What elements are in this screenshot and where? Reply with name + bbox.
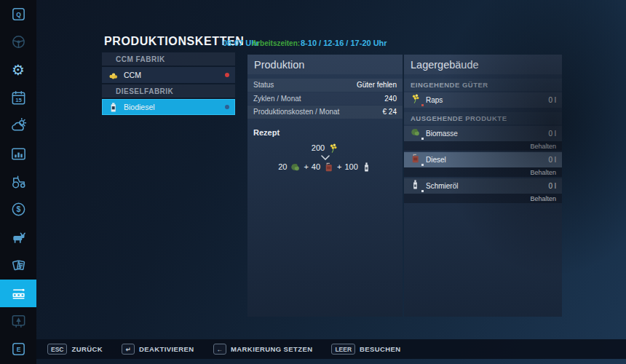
tractor-icon: [10, 173, 27, 190]
section-header-label: EINGEHENDE GÜTER: [411, 81, 488, 89]
svg-text:$: $: [16, 205, 20, 214]
production-chains-icon: [10, 285, 27, 302]
sidebar-item-weather[interactable]: [0, 112, 36, 140]
storage-panel: Lagergebäude EINGEHENDE GÜTER Raps 0 l: [404, 55, 562, 317]
distribution-mode-toggle[interactable]: Behalten: [404, 167, 562, 177]
svg-text:E: E: [16, 347, 20, 354]
raps-icon: [328, 143, 338, 154]
status-dot: [225, 105, 229, 109]
biomasse-icon: [410, 127, 421, 141]
storage-item-diesel: Diesel 0 l Behalten: [404, 152, 562, 177]
factory-group-label: DIESELFABRIK: [116, 87, 173, 95]
set-marker-button-label: MARKIERUNG SETZEN: [231, 345, 312, 353]
distribution-mode-toggle[interactable]: Behalten: [404, 194, 562, 203]
corn-icon: [108, 70, 119, 81]
sidebar-item-vehicle[interactable]: [0, 28, 36, 55]
info-row-cycles: Zyklen / Monat 240: [247, 92, 403, 106]
sidebar-item-help-key[interactable]: Q: [0, 0, 36, 28]
back-button[interactable]: ESC ZURÜCK: [47, 344, 103, 355]
sidebar-item-action-key[interactable]: E: [0, 336, 36, 363]
info-value: Güter fehlen: [357, 81, 397, 89]
back-button-label: ZURÜCK: [71, 345, 103, 353]
section-header-label: AUSGEHENDE PRODUKTE: [411, 114, 507, 122]
recipe-input-amount: 40: [312, 162, 320, 171]
production-panel: Produktion Status Güter fehlen Zyklen / …: [247, 55, 403, 317]
factory-list: CCM FABRIK CCM DIESELFABRIK Biodiesel: [102, 52, 235, 116]
storage-item-label: Schmieröl: [426, 182, 543, 190]
distribution-mode-label: Behalten: [530, 195, 556, 202]
production-panel-title: Produktion: [247, 55, 403, 74]
info-label: Zyklen / Monat: [253, 95, 301, 103]
factory-label: Biodiesel: [124, 103, 225, 111]
sidebar-item-finances[interactable]: $: [0, 196, 36, 223]
set-marker-button[interactable]: ← MARKIERUNG SETZEN: [213, 344, 313, 355]
info-value: 240: [384, 95, 397, 103]
info-value: € 24: [383, 108, 397, 116]
storage-item-amount: 0 l: [548, 182, 556, 190]
cow-icon: [10, 229, 27, 246]
work-hours-value: 8-10 / 12-16 / 17-20 Uhr: [301, 39, 387, 47]
sidebar-item-contracts[interactable]: [0, 252, 36, 280]
key-q-icon: Q: [10, 6, 27, 23]
sidebar-item-production-chains[interactable]: [0, 280, 36, 307]
raps-icon: [410, 93, 421, 107]
fill-level-marker: [421, 164, 424, 166]
factory-row-ccm[interactable]: CCM: [102, 67, 235, 83]
info-label: Produktionskosten / Monat: [253, 108, 339, 116]
recipe-output: 200: [247, 143, 403, 154]
esc-keycap: ESC: [47, 344, 67, 355]
storage-item-amount: 0 l: [548, 130, 556, 138]
storage-item-label: Raps: [426, 96, 543, 104]
diesel-icon: [410, 153, 421, 167]
sidebar: Q ⚙ 15: [0, 0, 36, 364]
sidebar-item-settings[interactable]: ⚙: [0, 56, 36, 84]
biomasse-icon: [290, 162, 301, 173]
storage-panel-title: Lagergebäude: [404, 55, 562, 74]
recipe-inputs: 20 + 40 + 100: [247, 162, 403, 173]
svg-text:Q: Q: [16, 11, 21, 18]
schmieroel-icon: [361, 162, 372, 173]
deactivate-button-label: DEAKTIVIEREN: [139, 345, 194, 353]
visit-button-label: BESUCHEN: [360, 345, 401, 353]
steering-wheel-icon: [10, 33, 27, 50]
deactivate-button[interactable]: ↵ DEAKTIVIEREN: [122, 344, 194, 355]
diesel-icon: [323, 162, 334, 173]
visit-button[interactable]: LEER BESUCHEN: [331, 344, 400, 355]
recipe-label: Rezept: [253, 128, 403, 137]
distribution-mode-toggle[interactable]: Behalten: [404, 141, 562, 151]
key-e-icon: E: [10, 341, 27, 357]
schmieroel-icon: [410, 179, 421, 193]
storage-row-highlighted[interactable]: Diesel 0 l: [404, 152, 562, 167]
production-chains-screen: Q ⚙ 15: [0, 0, 626, 364]
sidebar-item-map[interactable]: [0, 307, 36, 335]
plus-sign: +: [304, 162, 308, 171]
svg-text:15: 15: [15, 97, 22, 103]
storage-item-amount: 0 l: [548, 156, 556, 164]
sidebar-item-calendar[interactable]: 15: [0, 84, 36, 111]
recipe-input-amount: 100: [345, 162, 358, 171]
info-row-status: Status Güter fehlen: [247, 79, 403, 92]
tab-keycap: ←: [213, 344, 227, 355]
sidebar-item-garage[interactable]: [0, 167, 36, 195]
enter-keycap: ↵: [122, 344, 135, 355]
factory-group-header: CCM FABRIK: [102, 52, 235, 66]
storage-item-biomasse: Biomasse 0 l Behalten: [404, 126, 562, 151]
info-row-costs: Produktionskosten / Monat € 24: [247, 106, 403, 119]
recipe-input-amount: 20: [278, 162, 287, 171]
factory-row-biodiesel[interactable]: Biodiesel: [102, 99, 235, 115]
sidebar-item-animals[interactable]: [0, 223, 36, 251]
sidebar-item-statistics[interactable]: [0, 140, 36, 167]
biodiesel-icon: [108, 102, 119, 113]
map-tree-icon: [10, 313, 27, 330]
fill-level-marker: [421, 104, 424, 106]
storage-item-amount: 0 l: [548, 96, 556, 104]
finances-icon: $: [10, 201, 27, 218]
storage-row[interactable]: Schmieröl 0 l: [404, 178, 562, 194]
contracts-icon: [10, 257, 27, 274]
factory-label: CCM: [124, 71, 225, 79]
work-hours-label: Arbeitszeiten:: [252, 39, 300, 47]
alert-dot: [225, 73, 229, 77]
storage-row[interactable]: Raps 0 l: [404, 92, 562, 108]
fill-level-marker: [421, 190, 424, 192]
storage-row[interactable]: Biomasse 0 l: [404, 126, 562, 141]
